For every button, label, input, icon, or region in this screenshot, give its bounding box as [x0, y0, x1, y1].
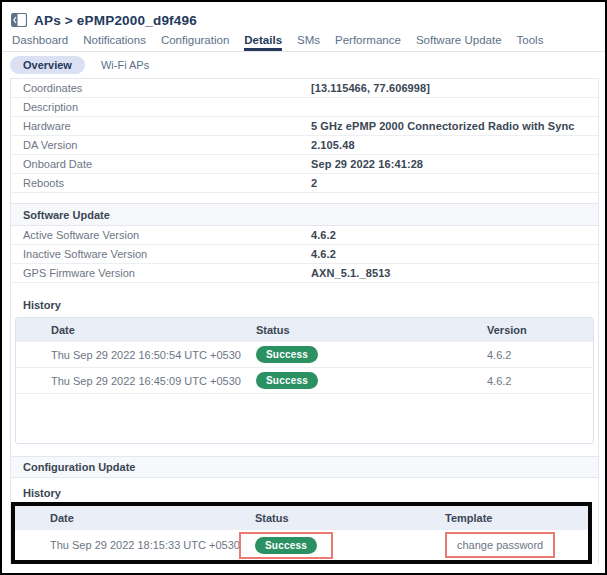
section-divider [11, 193, 598, 204]
detail-row-gps-firmware: GPS Firmware Version AXN_5.1._8513 [11, 264, 598, 283]
detail-label: Coordinates [11, 82, 311, 94]
detail-value: 4.6.2 [311, 229, 336, 241]
detail-label: Inactive Software Version [11, 248, 311, 260]
configuration-update-section-header: Configuration Update [11, 456, 598, 478]
tab-bar: Dashboard Notifications Configuration De… [2, 32, 605, 52]
annotation-box-status: Success [239, 532, 333, 559]
table-row: Thu Sep 29 2022 16:50:54 UTC +0530 Succe… [16, 342, 593, 368]
software-history-table: Date Status Version Thu Sep 29 2022 16:5… [15, 317, 594, 444]
detail-value: AXN_5.1._8513 [311, 267, 391, 279]
detail-label: Description [11, 101, 311, 113]
title-bar: APs > ePMP2000_d9f496 [2, 2, 605, 32]
column-header-status: Status [256, 324, 487, 336]
history-version: 4.6.2 [487, 375, 593, 387]
tab-dashboard[interactable]: Dashboard [12, 34, 68, 51]
tab-sms[interactable]: SMs [297, 34, 320, 51]
history-version: 4.6.2 [487, 349, 593, 361]
status-badge: Success [256, 372, 318, 389]
detail-value: 2 [311, 177, 317, 189]
detail-row-hardware: Hardware 5 GHz ePMP 2000 Connectorized R… [11, 117, 598, 136]
annotation-box-template: change password [445, 532, 555, 558]
table-row: Thu Sep 29 2022 16:45:09 UTC +0530 Succe… [16, 368, 593, 394]
column-header-template: Template [445, 512, 588, 524]
detail-label: Reboots [11, 177, 311, 189]
detail-value: 2.105.48 [311, 139, 355, 151]
software-update-section-header: Software Update [11, 204, 598, 226]
tab-notifications[interactable]: Notifications [83, 34, 146, 51]
detail-label: Onboard Date [11, 158, 311, 170]
table-header-row: Date Status Version [16, 318, 593, 342]
column-header-date: Date [16, 324, 256, 336]
subtab-bar: Overview Wi-Fi APs [2, 52, 605, 78]
subtab-overview[interactable]: Overview [10, 56, 85, 74]
detail-row-coordinates: Coordinates [13.115466, 77.606998] [11, 79, 598, 98]
status-badge: Success [255, 537, 317, 554]
page-title: APs > ePMP2000_d9f496 [34, 13, 197, 28]
detail-row-description: Description [11, 98, 598, 117]
detail-label: Active Software Version [11, 229, 311, 241]
tab-configuration[interactable]: Configuration [161, 34, 229, 51]
detail-row-inactive-software: Inactive Software Version 4.6.2 [11, 245, 598, 264]
detail-value: Sep 29 2022 16:41:28 [311, 158, 423, 170]
history-template: change password [445, 532, 588, 558]
history-status: Success [256, 372, 487, 389]
software-history-heading: History [11, 283, 598, 317]
detail-label: Hardware [11, 120, 311, 132]
tab-software-update[interactable]: Software Update [416, 34, 502, 51]
detail-row-reboots: Reboots 2 [11, 174, 598, 193]
detail-row-active-software: Active Software Version 4.6.2 [11, 226, 598, 245]
status-badge: Success [256, 346, 318, 363]
detail-value: 5 GHz ePMP 2000 Connectorized Radio with… [311, 120, 574, 132]
detail-value: [13.115466, 77.606998] [311, 82, 430, 94]
detail-row-da-version: DA Version 2.105.48 [11, 136, 598, 155]
history-date: Thu Sep 29 2022 18:15:33 UTC +0530 [15, 539, 255, 551]
history-status: Success [255, 532, 445, 559]
column-header-status: Status [255, 512, 445, 524]
column-header-version: Version [487, 324, 593, 336]
tab-tools[interactable]: Tools [517, 34, 544, 51]
collapse-panel-icon[interactable] [11, 13, 27, 27]
app-window: APs > ePMP2000_d9f496 Dashboard Notifica… [0, 0, 607, 575]
tab-performance[interactable]: Performance [335, 34, 401, 51]
column-header-date: Date [15, 512, 255, 524]
annotation-highlight-box: Date Status Template Thu Sep 29 2022 18:… [11, 502, 592, 564]
table-row: Thu Sep 29 2022 18:15:33 UTC +0530 Succe… [15, 530, 588, 560]
configuration-history-heading: History [11, 478, 598, 502]
history-status: Success [256, 346, 487, 363]
history-date: Thu Sep 29 2022 16:45:09 UTC +0530 [16, 375, 256, 387]
subtab-wifi-aps[interactable]: Wi-Fi APs [101, 59, 149, 71]
table-header-row: Date Status Template [15, 506, 588, 530]
detail-row-onboard-date: Onboard Date Sep 29 2022 16:41:28 [11, 155, 598, 174]
section-spacer [11, 444, 598, 456]
tab-details[interactable]: Details [244, 34, 282, 51]
detail-label: DA Version [11, 139, 311, 151]
details-panel: Coordinates [13.115466, 77.606998] Descr… [10, 78, 599, 564]
detail-value: 4.6.2 [311, 248, 336, 260]
history-date: Thu Sep 29 2022 16:50:54 UTC +0530 [16, 349, 256, 361]
detail-label: GPS Firmware Version [11, 267, 311, 279]
